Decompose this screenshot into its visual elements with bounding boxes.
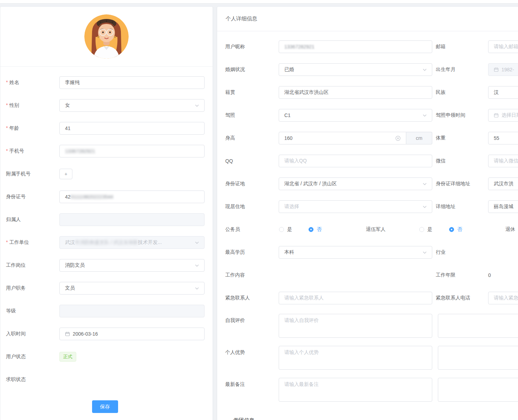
license-value: C1 — [284, 112, 291, 118]
id-address-value: 武汉市洪 — [494, 181, 513, 187]
self-evaluation-textarea[interactable]: 请输入自我评价 — [279, 314, 432, 338]
chevron-down-icon — [423, 251, 427, 254]
civil-servant-radio-yes[interactable]: 是 — [279, 223, 292, 236]
retired-label: 退休 — [505, 223, 515, 236]
phone-input[interactable]: 13367282921 — [59, 145, 205, 157]
self-evaluation-placeholder: 请输入自我评价 — [284, 317, 319, 323]
basic-info-panel: *姓名 李娅纯 *性别 女 *年龄 41 *手机号 13367282921 附属… — [0, 6, 213, 420]
user-duty-select[interactable]: 文员 — [59, 282, 205, 295]
radio-label: 否 — [317, 226, 322, 233]
emergency-phone-label: 紧急联系人电话 — [436, 295, 488, 301]
personal-advantage-placeholder: 请输入个人优势 — [284, 349, 319, 355]
detail-info-form: 用户昵称 13367282921 邮箱 请输入邮箱 婚姻状况 已婚 出生年月 1… — [217, 31, 518, 420]
qq-placeholder: 请输入QQ — [284, 158, 307, 164]
nickname-label: 用户昵称 — [225, 44, 279, 50]
row-nickname-email: 用户昵称 13367282921 邮箱 请输入邮箱 — [225, 40, 518, 53]
self-evaluation-label: 自我评价 — [225, 314, 279, 324]
emergency-phone-input[interactable]: 请输入紧急联系人电话 — [488, 292, 518, 304]
plus-icon: + — [64, 171, 67, 177]
native-place-label: 籍贯 — [225, 89, 279, 96]
required-mark: * — [6, 125, 8, 131]
residence-label: 现居住地 — [225, 203, 279, 210]
address-input[interactable]: 丽岛漫城 — [488, 200, 518, 213]
row-marital-birth: 婚姻状况 已婚 出生年月 1982- — [225, 63, 518, 76]
row-civil-veteran-retired: 公务员 是 否 退伍军人 是 否 退休 — [225, 223, 518, 236]
clear-icon[interactable] — [395, 136, 401, 141]
weight-value: 55 — [494, 135, 499, 141]
basic-info-form: *姓名 李娅纯 *性别 女 *年龄 41 *手机号 13367282921 附属… — [0, 67, 213, 413]
radio-checked-icon — [309, 227, 313, 232]
native-place-input[interactable]: 湖北省武汉市洪山区 — [279, 86, 432, 99]
age-value: 41 — [65, 125, 71, 131]
field-row-work-unit: *工作单位 武汉 市消防救援支队 / 武汉东湖新 技术开发... — [6, 236, 204, 249]
id-number-blurred: 0111198202223544 — [71, 194, 113, 200]
secondary-textarea[interactable] — [438, 346, 518, 370]
latest-note-textarea[interactable]: 请输入最新备注 — [279, 378, 432, 402]
qq-input[interactable]: 请输入QQ — [279, 155, 432, 167]
entry-date-picker[interactable]: 2006-03-16 — [59, 328, 205, 340]
ethnicity-input[interactable]: 汉 — [488, 86, 518, 99]
height-input[interactable]: 160 — [279, 132, 406, 144]
age-input[interactable]: 41 — [59, 122, 205, 135]
save-button[interactable]: 保存 — [92, 400, 118, 413]
sub-phone-label: 附属手机号 — [6, 171, 31, 176]
row-personal-advantage: 个人优势 请输入个人优势 — [225, 346, 518, 370]
gender-select[interactable]: 女 — [59, 99, 205, 112]
nickname-input[interactable]: 13367282921 — [279, 40, 432, 53]
job-post-select[interactable]: 消防文员 — [59, 259, 205, 272]
secondary-textarea[interactable] — [438, 314, 518, 338]
field-row-name: *姓名 李娅纯 — [6, 76, 204, 89]
id-number-input[interactable]: 42 0111198202223544 — [59, 190, 205, 203]
personal-advantage-textarea[interactable]: 请输入个人优势 — [279, 346, 432, 370]
wechat-input[interactable]: 请输入微信 — [488, 155, 518, 167]
user-status-label: 用户状态 — [6, 354, 26, 359]
qq-label: QQ — [225, 158, 279, 164]
id-region-cascader[interactable]: 湖北省 / 武汉市 / 洪山区 — [279, 177, 432, 190]
required-mark: * — [6, 79, 8, 85]
save-row: 保存 — [6, 400, 204, 413]
field-row-gender: *性别 女 — [6, 99, 204, 112]
name-label: 姓名 — [9, 79, 19, 85]
marital-select[interactable]: 已婚 — [279, 63, 432, 76]
job-post-label: 工作岗位 — [6, 262, 26, 268]
personal-advantage-label: 个人优势 — [225, 346, 279, 356]
field-row-level: 等级 — [6, 305, 204, 317]
native-place-value: 湖北省武汉市洪山区 — [284, 89, 329, 96]
owner-label: 归属人 — [6, 217, 21, 222]
weight-input[interactable]: 55 — [488, 132, 518, 144]
party-info-section-title: 党团信息 — [233, 417, 518, 420]
detail-info-panel: 个人详细信息 用户昵称 13367282921 邮箱 请输入邮箱 婚姻状况 已婚… — [217, 6, 518, 420]
education-value: 本科 — [284, 249, 294, 256]
avatar[interactable] — [84, 14, 129, 59]
education-select[interactable]: 本科 — [279, 246, 432, 259]
veteran-radio-no[interactable]: 否 — [449, 223, 462, 236]
email-input[interactable]: 请输入邮箱 — [488, 40, 518, 53]
row-id-region-address: 身份证地 湖北省 / 武汉市 / 洪山区 身份证详细地址 武汉市洪 — [225, 177, 518, 190]
secondary-textarea[interactable] — [438, 378, 518, 402]
name-input[interactable]: 李娅纯 — [59, 76, 205, 89]
radio-label: 是 — [427, 226, 432, 233]
license-select[interactable]: C1 — [279, 109, 432, 122]
height-label: 身高 — [225, 135, 279, 141]
field-row-user-duty: 用户职务 文员 — [6, 282, 204, 295]
chevron-down-icon — [423, 114, 427, 117]
id-address-input[interactable]: 武汉市洪 — [488, 177, 518, 190]
top-header-strip — [0, 0, 518, 4]
birth-label: 出生年月 — [436, 66, 488, 73]
calendar-icon — [494, 113, 499, 118]
field-row-user-status: 用户状态 正式 — [6, 350, 204, 363]
residence-cascader[interactable]: 请选择 — [279, 200, 432, 213]
license-date-picker[interactable]: 选择日期 — [488, 109, 518, 122]
chevron-down-icon — [195, 287, 199, 290]
required-mark: * — [6, 102, 8, 108]
add-sub-phone-button[interactable]: + — [59, 169, 72, 179]
work-unit-blurred: 市消防救援支队 / 武汉东湖新 — [75, 239, 138, 246]
row-latest-note: 最新备注 请输入最新备注 — [225, 378, 518, 402]
phone-label: 手机号 — [9, 148, 24, 154]
civil-servant-radio-no[interactable]: 否 — [309, 223, 322, 236]
emergency-contact-input[interactable]: 请输入紧急联系人 — [279, 292, 432, 304]
veteran-radio-yes[interactable]: 是 — [419, 223, 432, 236]
row-residence-address: 现居住地 请选择 详细地址 丽岛漫城 — [225, 200, 518, 213]
email-placeholder: 请输入邮箱 — [494, 44, 518, 50]
residence-placeholder: 请选择 — [284, 203, 299, 210]
